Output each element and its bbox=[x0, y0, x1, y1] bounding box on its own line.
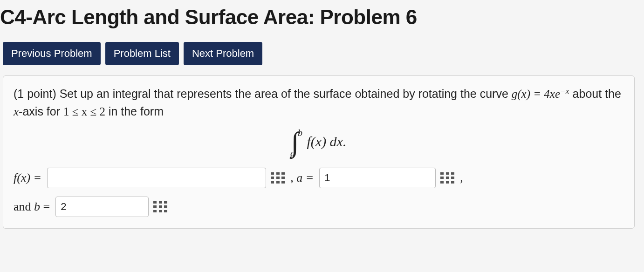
points-label: (1 point) bbox=[14, 87, 60, 100]
b-label: and b = bbox=[14, 200, 50, 214]
problem-text-4: in the form bbox=[105, 105, 164, 118]
keypad-icon[interactable] bbox=[440, 172, 454, 184]
fx-input[interactable] bbox=[47, 168, 266, 188]
problem-text-2: about the bbox=[569, 87, 621, 100]
page-title: C4-Arc Length and Surface Area: Problem … bbox=[0, 0, 644, 42]
problem-text-1: Set up an integral that represents the a… bbox=[60, 87, 512, 100]
next-problem-button[interactable]: Next Problem bbox=[184, 42, 262, 65]
b-input[interactable] bbox=[55, 197, 149, 217]
integral-body: f(x) dx. bbox=[307, 134, 346, 149]
a-label: , a = bbox=[290, 171, 314, 185]
problem-text-3a: -axis for bbox=[19, 105, 63, 118]
answer-row-1: f(x) = , a = , bbox=[14, 168, 624, 188]
nav-buttons: Previous Problem Problem List Next Probl… bbox=[0, 42, 644, 75]
keypad-icon[interactable] bbox=[153, 201, 167, 212]
a-input[interactable] bbox=[319, 168, 436, 188]
problem-list-button[interactable]: Problem List bbox=[105, 42, 179, 65]
fx-label: f(x) = bbox=[14, 171, 41, 185]
keypad-icon[interactable] bbox=[271, 172, 285, 184]
integral-bounds: ba bbox=[299, 134, 303, 152]
integral-display: ∫ba f(x) dx. bbox=[14, 120, 624, 168]
integral-upper: b bbox=[298, 128, 302, 137]
integral-lower: a bbox=[290, 149, 295, 158]
problem-container: (1 point) Set up an integral that repres… bbox=[3, 75, 635, 229]
previous-problem-button[interactable]: Previous Problem bbox=[3, 42, 101, 65]
problem-statement: (1 point) Set up an integral that repres… bbox=[14, 85, 624, 120]
gx-expression: g(x) = 4xe−x bbox=[512, 88, 569, 100]
axis-var: x bbox=[14, 105, 19, 118]
comma: , bbox=[460, 171, 463, 185]
answer-row-2: and b = bbox=[14, 197, 624, 217]
range-expression: 1 ≤ x ≤ 2 bbox=[63, 105, 105, 118]
